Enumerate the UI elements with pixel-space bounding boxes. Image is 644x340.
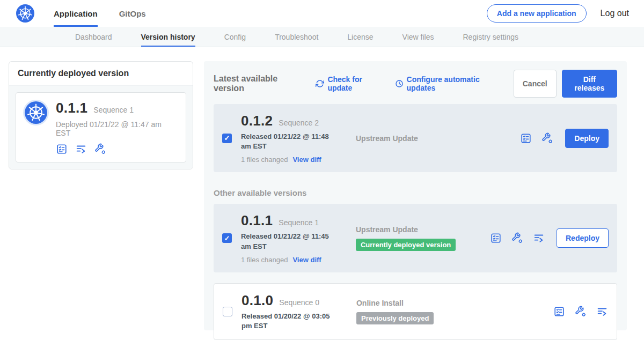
sequence-label: Sequence 1 <box>279 218 319 227</box>
currently-deployed-card: Currently deployed version 0.1.1 Sequenc… <box>9 61 193 169</box>
subnav-tab-registry-settings[interactable]: Registry settings <box>463 27 518 47</box>
schedule-icon <box>395 79 404 88</box>
configure-automatic-updates-label: Configure automatic updates <box>407 75 503 92</box>
subnav-tab-config[interactable]: Config <box>224 27 246 47</box>
diff-releases-button[interactable]: Diff releases <box>562 70 617 98</box>
app-icon <box>25 101 47 124</box>
sequence-label: Sequence 0 <box>279 298 319 307</box>
release-notes-icon[interactable] <box>520 132 532 144</box>
deployed-timestamp: Deployed 01/21/22 @ 11:47 am EST <box>56 120 177 137</box>
subnav-tab-troubleshoot[interactable]: Troubleshoot <box>275 27 318 47</box>
edit-config-icon[interactable] <box>94 143 106 155</box>
edit-config-icon[interactable] <box>511 232 523 244</box>
check-for-update-label: Check for update <box>327 75 384 92</box>
version-checkbox[interactable] <box>222 134 232 143</box>
available-versions-panel: Latest available version Check for updat… <box>204 61 627 330</box>
subnav-tab-view-files[interactable]: View files <box>402 27 434 47</box>
release-notes-icon[interactable] <box>490 232 502 244</box>
released-timestamp: Released 01/21/22 @ 11:48 am EST <box>241 132 340 151</box>
view-diff-link[interactable]: View diff <box>292 156 321 164</box>
source-label: Upstream Update <box>356 225 490 234</box>
deployed-version-card: 0.1.1 Sequence 1 Deployed 01/21/22 @ 11:… <box>16 92 186 162</box>
deployed-icon-row <box>56 143 177 155</box>
deployed-version-number: 0.1.1 <box>56 100 87 116</box>
released-timestamp: Released 01/21/22 @ 11:45 am EST <box>241 232 340 251</box>
header-actions: Cancel Diff releases <box>514 70 617 98</box>
version-source: Upstream Update <box>356 134 490 143</box>
previously-deployed-badge: Previously deployed <box>356 312 434 324</box>
logout-link[interactable]: Log out <box>601 9 629 18</box>
sequence-label: Sequence 2 <box>279 119 319 127</box>
deploy-button[interactable]: Deploy <box>565 129 609 148</box>
deploy-logs-icon[interactable] <box>75 143 87 155</box>
deploy-logs-icon[interactable] <box>533 232 545 244</box>
deployed-card-body: 0.1.1 Sequence 1 Deployed 01/21/22 @ 11:… <box>9 85 193 169</box>
version-row-0-1-1: 0.1.1 Sequence 1 Released 01/21/22 @ 11:… <box>214 204 617 272</box>
released-timestamp: Released 01/20/22 @ 03:05 pm EST <box>241 312 341 331</box>
release-notes-icon[interactable] <box>56 143 68 155</box>
configure-automatic-updates-link[interactable]: Configure automatic updates <box>395 75 503 92</box>
view-diff-link[interactable]: View diff <box>292 256 321 264</box>
version-number: 0.1.0 <box>241 292 273 309</box>
version-details: 0.1.0 Sequence 0 Released 01/20/22 @ 03:… <box>241 292 349 331</box>
add-new-application-button[interactable]: Add a new application <box>487 4 587 23</box>
row-actions <box>553 306 608 317</box>
version-checkbox[interactable] <box>222 233 232 243</box>
version-details: 0.1.1 Sequence 1 Released 01/21/22 @ 11:… <box>241 212 348 263</box>
panel-header: Latest available version Check for updat… <box>214 70 617 98</box>
redeploy-button[interactable]: Redeploy <box>557 228 609 248</box>
edit-config-icon[interactable] <box>575 306 587 317</box>
latest-available-header: Latest available version <box>214 74 304 93</box>
version-details: 0.1.2 Sequence 2 Released 01/21/22 @ 11:… <box>241 113 348 164</box>
deployed-sequence-label: Sequence 1 <box>93 106 134 114</box>
cancel-button[interactable]: Cancel <box>514 70 557 98</box>
other-available-versions-header: Other available versions <box>214 188 617 197</box>
version-source: Online Install Previously deployed <box>356 299 491 324</box>
version-row-0-1-0: 0.1.0 Sequence 0 Released 01/20/22 @ 03:… <box>214 283 617 340</box>
deploy-logs-icon[interactable] <box>596 306 608 317</box>
edit-config-icon[interactable] <box>541 132 553 144</box>
files-changed-label: 1 files changed <box>241 256 288 264</box>
main-content: Currently deployed version 0.1.1 Sequenc… <box>0 47 644 340</box>
deployed-version-info: 0.1.1 Sequence 1 Deployed 01/21/22 @ 11:… <box>56 100 177 155</box>
source-label: Upstream Update <box>356 134 490 143</box>
version-number: 0.1.2 <box>241 113 273 129</box>
subnav-tab-license[interactable]: License <box>347 27 373 47</box>
app-subnav: Dashboard Version history Config Trouble… <box>0 27 644 47</box>
tab-gitops[interactable]: GitOps <box>119 0 146 27</box>
row-actions: Deploy <box>520 129 609 148</box>
row-actions: Redeploy <box>490 228 609 248</box>
topnav-tabs: Application GitOps <box>54 0 146 27</box>
top-navbar: Application GitOps Add a new application… <box>0 0 644 27</box>
version-row-0-1-2: 0.1.2 Sequence 2 Released 01/21/22 @ 11:… <box>214 104 617 172</box>
files-changed-label: 1 files changed <box>241 156 288 164</box>
deployed-card-title: Currently deployed version <box>9 62 193 85</box>
subnav-tab-dashboard[interactable]: Dashboard <box>75 27 112 47</box>
source-label: Online Install <box>356 299 491 307</box>
version-source: Upstream Update Currently deployed versi… <box>356 225 490 251</box>
version-number: 0.1.1 <box>241 212 273 229</box>
refresh-icon <box>316 79 324 88</box>
subnav-tab-version-history[interactable]: Version history <box>141 27 195 47</box>
kubernetes-logo-icon <box>16 4 34 23</box>
release-notes-icon[interactable] <box>553 306 565 317</box>
version-checkbox[interactable] <box>223 307 232 316</box>
currently-deployed-badge: Currently deployed version <box>356 239 456 251</box>
check-for-update-link[interactable]: Check for update <box>316 75 384 92</box>
tab-application[interactable]: Application <box>54 0 98 27</box>
